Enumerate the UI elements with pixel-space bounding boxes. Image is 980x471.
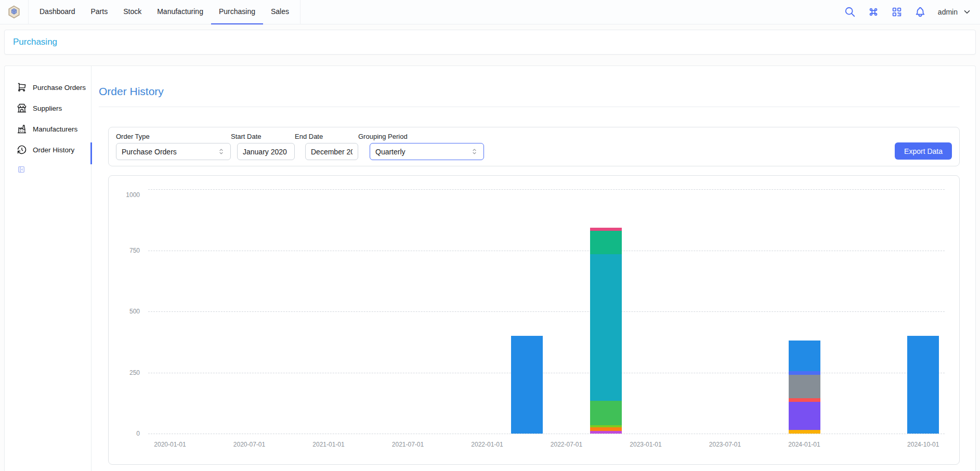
order-type-label: Order Type <box>116 133 231 140</box>
y-tick-label: 1000 <box>114 191 140 199</box>
bar-segment-2024-10-01-blue[interactable] <box>907 336 939 434</box>
bar-segment-2022-10-01-cyan[interactable] <box>590 254 622 401</box>
tab-dashboard[interactable]: Dashboard <box>32 0 83 24</box>
bar-segment-2022-04-01-blue[interactable] <box>511 336 543 434</box>
x-tick-label: 2024-01-01 <box>778 441 830 448</box>
grouping-period-select[interactable]: Quarterly <box>370 143 484 160</box>
header-actions: admin <box>844 6 975 18</box>
bar-segment-2022-10-01-pink[interactable] <box>590 228 622 231</box>
x-tick-label: 2024-10-01 <box>897 441 949 448</box>
y-tick-label: 750 <box>114 247 140 254</box>
top-navbar: Dashboard Parts Stock Manufacturing Purc… <box>0 0 980 24</box>
bar-segment-2024-01-01-gray[interactable] <box>789 375 820 398</box>
chevron-up-down-icon <box>471 148 478 155</box>
chevron-down-icon <box>962 7 972 17</box>
tab-parts[interactable]: Parts <box>83 0 116 24</box>
qr-scan-icon[interactable] <box>891 6 903 18</box>
bar-segment-2022-10-01-grape[interactable] <box>590 431 622 434</box>
y-gridline-750 <box>148 251 945 251</box>
order-type-field: Order Type Purchase Orders <box>116 133 231 160</box>
sidebar-item-purchase-orders[interactable]: Purchase Orders <box>5 77 91 98</box>
x-tick-label: 2023-01-01 <box>620 441 672 448</box>
grouping-period-label: Grouping Period <box>358 133 484 140</box>
command-icon[interactable] <box>868 6 879 18</box>
bar-segment-2024-01-01-blue[interactable] <box>789 341 820 371</box>
y-gridline-500 <box>148 311 945 312</box>
breadcrumb-purchasing[interactable]: Purchasing <box>13 37 57 47</box>
history-icon <box>17 145 27 155</box>
sidebar-item-order-history[interactable]: Order History <box>5 139 91 160</box>
hexagon-cube-icon <box>7 5 21 19</box>
end-date-input-wrap <box>305 143 358 160</box>
bar-segment-2022-10-01-teal[interactable] <box>590 231 622 254</box>
end-date-field: End Date <box>295 133 358 160</box>
building-store-icon <box>17 103 27 113</box>
breadcrumb: Purchasing <box>4 30 976 55</box>
bar-segment-2024-01-01-red[interactable] <box>789 398 820 402</box>
y-gridline-1000 <box>148 189 945 190</box>
tab-manufacturing[interactable]: Manufacturing <box>149 0 211 24</box>
sidebar-collapse-button[interactable] <box>17 165 25 174</box>
x-tick-label: 2022-07-01 <box>541 441 593 448</box>
purchasing-sidebar: Purchase Orders Suppliers Manufacturers <box>5 66 92 471</box>
order-history-chart: 025050075010002020-01-012020-07-012021-0… <box>108 175 960 465</box>
notification-bell-icon[interactable] <box>914 6 926 18</box>
sidebar-item-label: Manufacturers <box>33 125 77 133</box>
filters-bar: Order Type Purchase Orders Start Date En… <box>108 127 960 166</box>
y-gridline-0 <box>148 434 945 434</box>
tab-stock[interactable]: Stock <box>115 0 149 24</box>
order-type-select[interactable]: Purchase Orders <box>116 143 231 160</box>
user-menu[interactable]: admin <box>938 7 972 17</box>
main-nav-tabs: Dashboard Parts Stock Manufacturing Purc… <box>28 0 300 24</box>
x-tick-label: 2022-01-01 <box>461 441 513 448</box>
sidebar-item-manufacturers[interactable]: Manufacturers <box>5 119 91 139</box>
end-date-label: End Date <box>295 133 358 140</box>
x-tick-label: 2020-01-01 <box>144 441 196 448</box>
y-tick-label: 250 <box>114 369 140 376</box>
y-tick-label: 0 <box>114 430 140 437</box>
bar-segment-2024-01-01-violet[interactable] <box>789 402 820 430</box>
bar-segment-2022-10-01-lime[interactable] <box>590 425 622 428</box>
chevron-up-down-icon <box>217 148 225 155</box>
tab-purchasing[interactable]: Purchasing <box>211 0 263 24</box>
building-factory-icon <box>17 124 27 134</box>
bar-segment-2024-01-01-amber[interactable] <box>789 430 820 434</box>
y-gridline-250 <box>148 373 945 373</box>
export-data-button[interactable]: Export Data <box>895 142 952 160</box>
bar-segment-2024-01-01-indigo[interactable] <box>789 371 820 375</box>
end-date-input[interactable] <box>311 148 352 156</box>
x-tick-label: 2020-07-01 <box>224 441 276 448</box>
start-date-field: Start Date <box>231 133 295 160</box>
sidebar-item-label: Order History <box>33 146 74 154</box>
shopping-cart-icon <box>17 82 27 93</box>
x-tick-label: 2023-07-01 <box>699 441 751 448</box>
grouping-period-value: Quarterly <box>375 148 406 156</box>
grouping-period-field: Grouping Period Quarterly <box>358 133 484 160</box>
page-title: Order History <box>99 85 960 98</box>
start-date-input-wrap <box>237 143 295 160</box>
inventree-logo[interactable] <box>7 5 21 19</box>
username: admin <box>938 8 958 16</box>
order-history-content: Order History Order Type Purchase Orders… <box>92 66 975 471</box>
tab-sales[interactable]: Sales <box>263 0 297 24</box>
search-icon[interactable] <box>844 6 856 18</box>
x-tick-label: 2021-01-01 <box>303 441 355 448</box>
title-divider <box>99 107 960 107</box>
sidebar-collapse-icon <box>17 165 25 174</box>
bar-segment-2022-10-01-orange[interactable] <box>590 427 622 431</box>
sidebar-item-label: Suppliers <box>33 104 62 112</box>
x-tick-label: 2021-07-01 <box>382 441 434 448</box>
sidebar-item-label: Purchase Orders <box>33 84 86 91</box>
sidebar-item-suppliers[interactable]: Suppliers <box>5 98 91 119</box>
order-type-value: Purchase Orders <box>122 148 177 156</box>
purchasing-panel: Purchase Orders Suppliers Manufacturers <box>4 66 976 471</box>
start-date-label: Start Date <box>231 133 295 140</box>
start-date-input[interactable] <box>243 148 289 156</box>
y-tick-label: 500 <box>114 308 140 315</box>
bar-segment-2022-10-01-green[interactable] <box>590 401 622 425</box>
